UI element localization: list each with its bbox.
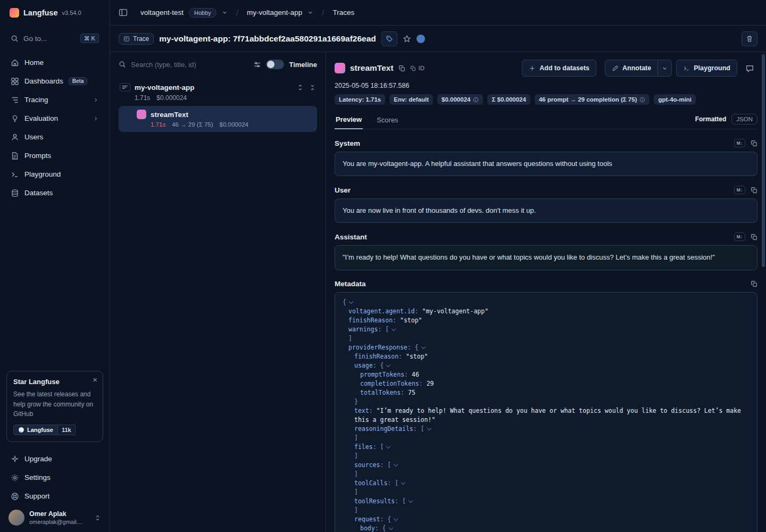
sidebar-toggle-icon[interactable] [119,8,128,17]
sidebar: Langfuse v3.54.0 Go to... ⌘ K Home Dashb… [0,0,110,532]
user-profile[interactable]: Omer Aplak omeraplak@gmail.... [6,505,103,527]
annotate-split-button: Annotate [605,60,672,77]
expand-all-icon[interactable] [297,84,304,91]
observation-id-chip[interactable]: ID [410,65,425,71]
langfuse-logo-icon [10,8,19,18]
sidebar-item-label: Tracing [24,96,48,104]
close-icon[interactable]: × [93,376,97,384]
comment-button[interactable] [742,61,757,76]
breadcrumb-page[interactable]: Traces [333,9,355,16]
playground-button[interactable]: Playground [676,60,737,77]
tokens-badge[interactable]: 46 prompt → 29 completion (Σ 75) [535,94,650,105]
annotate-button[interactable]: Annotate [605,60,658,77]
section-title: User [335,186,351,194]
breadcrumb-separator: / [322,8,324,17]
assistant-message: "I’m ready to help! What questions do yo… [335,245,757,270]
collapse-all-icon[interactable] [309,84,316,91]
breadcrumb-org[interactable]: voltagent-test [140,9,184,16]
chevron-down-icon[interactable] [307,10,313,15]
database-icon [11,189,19,197]
breadcrumb-project[interactable]: my-voltagent-app [247,9,302,16]
format-toggle-formatted[interactable]: Formatted [695,115,727,123]
copy-icon[interactable] [751,140,757,147]
tab-scores[interactable]: Scores [376,113,399,129]
chevrons-up-down-icon [94,514,101,521]
filter-icon[interactable] [253,61,261,69]
chevron-right-icon [93,115,99,122]
sidebar-item-users[interactable]: Users [6,128,103,146]
markdown-toggle-icon[interactable]: M↓ [734,232,745,241]
github-star-count: 11k [58,425,76,435]
sidebar-item-evaluation[interactable]: Evaluation [6,109,103,128]
app-version: v3.54.0 [62,10,81,16]
goto-search[interactable]: Go to... ⌘ K [6,30,103,47]
sidebar-item-label: Settings [24,473,51,481]
sidebar-item-tracing[interactable]: Tracing [6,90,103,109]
search-icon [11,35,19,43]
sidebar-item-label: Evaluation [24,114,58,122]
tree-search-row: Timeline [119,52,317,77]
timeline-toggle[interactable] [266,60,284,69]
delete-trace-button[interactable] [742,31,757,46]
github-star-widget[interactable]: Langfuse 11k [13,425,76,435]
tree-search-input[interactable] [131,61,248,69]
gear-icon [11,473,19,482]
observation-timestamp: 2025-05-05 18:16:57.586 [335,82,757,89]
copy-icon[interactable] [751,187,757,194]
child-tokens: 46 → 29 (Σ 75) [172,121,213,128]
comment-indicator[interactable] [417,35,425,43]
copy-icon[interactable] [398,65,405,72]
sidebar-item-prompts[interactable]: Prompts [6,146,103,165]
tree-root-row[interactable]: my-voltagent-app [119,82,317,93]
add-to-datasets-button[interactable]: Add to datasets [522,60,596,77]
sidebar-item-label: Users [24,133,43,141]
scrollbar-thumb[interactable] [762,54,765,267]
detail-header: streamText ID Add to datasets [335,60,757,77]
generation-icon [137,110,146,119]
copy-icon[interactable] [751,234,757,240]
sidebar-item-settings[interactable]: Settings [6,468,103,487]
sidebar-item-home[interactable]: Home [6,53,103,72]
star-icon[interactable] [403,35,411,43]
tag-button[interactable] [381,31,397,46]
top-bar: voltagent-test Hobby / my-voltagent-app … [110,0,766,26]
tree-item-streamtext[interactable]: streamText 1.71s 46 → 29 (Σ 75) $0.00002… [119,106,317,132]
markdown-toggle-icon[interactable]: M↓ [734,186,745,194]
observation-tree-panel: Timeline my-voltagent-app 1.71s $0.00002… [110,52,326,532]
chevron-right-icon [93,97,99,103]
evaluation-icon [11,114,19,123]
cost-badge[interactable]: $0.000024 [437,94,483,105]
model-badge[interactable]: gpt-4o-mini [654,94,696,105]
sidebar-item-playground[interactable]: Playground [6,165,103,184]
pencil-icon [612,65,619,72]
home-icon [11,59,19,67]
star-card-title: Star Langfuse [13,378,96,386]
user-section: User M↓ You are now live in front of tho… [335,186,757,223]
annotate-label: Annotate [622,64,651,72]
observation-detail-panel: streamText ID Add to datasets [326,52,766,532]
prompts-icon [11,152,19,160]
profile-email: omeraplak@gmail.... [29,519,83,525]
tab-preview[interactable]: Preview [335,112,363,129]
chevron-down-icon[interactable] [222,10,228,15]
sidebar-item-label: Dashboards [24,77,63,85]
markdown-toggle-icon[interactable]: M↓ [734,139,745,147]
annotate-dropdown-button[interactable] [658,60,672,77]
env-badge: Env: default [389,94,433,105]
brand-row[interactable]: Langfuse v3.54.0 [6,0,103,26]
sidebar-item-datasets[interactable]: Datasets [6,184,103,202]
format-toggle-json[interactable]: JSON [731,114,757,124]
latency-badge: Latency: 1.71s [335,94,385,105]
info-icon [473,97,479,103]
sidebar-item-support[interactable]: Support [6,487,103,505]
copy-icon[interactable] [751,280,757,287]
add-to-datasets-label: Add to datasets [539,64,589,72]
sparkles-icon [11,455,19,463]
metadata-json[interactable]: {voltagent.agent.id: "my-voltagent-app"f… [335,292,757,532]
sidebar-item-upgrade[interactable]: Upgrade [6,450,103,468]
goto-shortcut: ⌘ K [80,34,99,43]
plan-badge[interactable]: Hobby [189,8,217,18]
system-section: System M↓ You are my-voltagent-app. A he… [335,139,757,176]
sidebar-item-dashboards[interactable]: Dashboards Beta [6,72,103,90]
generation-icon [335,63,345,73]
